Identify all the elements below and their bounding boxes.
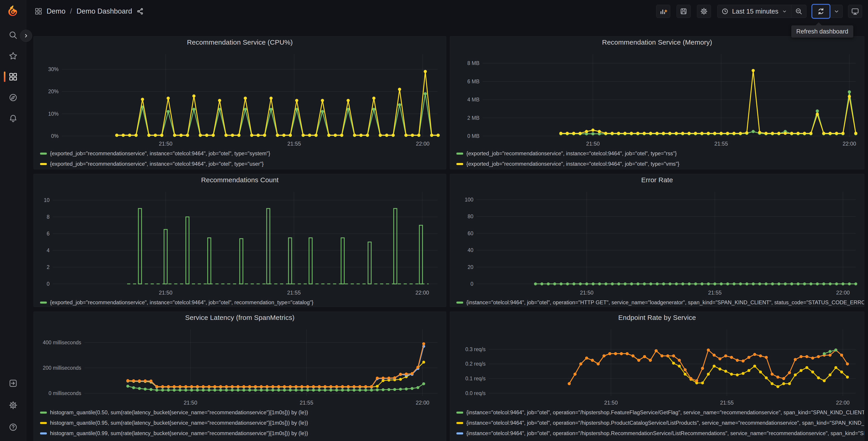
search-icon — [8, 30, 18, 40]
tooltip-text: Refresh dashboard — [796, 28, 848, 35]
chart-legend: {exported_job="recommendationservice", i… — [34, 148, 446, 169]
sidebar-item-sign-in[interactable] — [0, 376, 26, 390]
legend-series-label: {instance="otelcol:9464", job="otel", op… — [466, 410, 864, 416]
sidebar-item-alerting[interactable] — [0, 111, 26, 126]
svg-text:22:00: 22:00 — [836, 290, 850, 296]
legend-item[interactable]: histogram_quantile(0.95, sum(rate(latenc… — [40, 418, 446, 428]
breadcrumb[interactable]: Demo / Demo Dashboard — [34, 7, 144, 16]
panel-header[interactable]: Recommendations Count — [34, 174, 446, 186]
panel-endpoint-rate: Endpoint Rate by Service 0.0 req/s0.1 re… — [450, 312, 864, 441]
dashboard-toolbar: Last 15 minutes — [656, 4, 862, 19]
dashboard-grid: Recommendation Service (CPU%) 0%10%20%30… — [33, 36, 864, 441]
help-circle-icon — [8, 422, 18, 432]
legend-item[interactable]: {instance="otelcol:9464", job="otel", op… — [456, 428, 864, 439]
panel-header[interactable]: Recommendation Service (Memory) — [450, 36, 864, 48]
legend-series-label: histogram_quantile(0.99, sum(rate(latenc… — [50, 430, 308, 437]
legend-item[interactable]: {exported_job="recommendationservice", i… — [456, 159, 864, 169]
legend-item[interactable]: {exported_job="recommendationservice", i… — [40, 297, 446, 307]
share-dashboard-button[interactable] — [136, 7, 144, 15]
legend-series-label: {exported_job="recommendationservice", i… — [50, 161, 264, 167]
time-series-chart[interactable]: 0.0 req/s0.1 req/s0.2 req/s0.3 req/s21:5… — [452, 324, 862, 407]
time-series-chart[interactable]: 02040608010021:5021:5522:00 — [452, 186, 862, 297]
panel-header[interactable]: Error Rate — [450, 174, 864, 186]
panel-error-rate: Error Rate 02040608010021:5021:5522:00 {… — [450, 174, 864, 307]
legend-series-swatch — [40, 412, 47, 414]
legend-item[interactable]: {instance="otelcol:9464", job="otel", op… — [456, 418, 864, 428]
svg-text:0.2 req/s: 0.2 req/s — [465, 361, 486, 367]
legend-item[interactable]: {instance="otelcol:9464", job="otel", op… — [456, 407, 864, 418]
time-controls: Last 15 minutes — [717, 5, 806, 18]
legend-item[interactable]: {instance="otelcol:9464", job="otel", op… — [456, 297, 864, 307]
sidebar-item-dashboards[interactable] — [0, 69, 26, 84]
zoom-out-button[interactable] — [791, 5, 806, 18]
legend-series-swatch — [456, 432, 463, 435]
dashboard-settings-button[interactable] — [697, 5, 711, 18]
time-series-chart[interactable]: 0 MB2 MB4 MB6 MB8 MB21:5021:5522:00 — [452, 48, 862, 148]
panel-header[interactable]: Endpoint Rate by Service — [450, 312, 864, 324]
grafana-logo[interactable] — [5, 4, 20, 20]
sidebar — [0, 0, 26, 441]
share-alt-icon — [136, 7, 144, 15]
svg-text:22:00: 22:00 — [416, 400, 429, 406]
time-range-label: Last 15 minutes — [732, 8, 778, 15]
panel-title[interactable]: Error Rate — [641, 176, 673, 184]
svg-text:21:55: 21:55 — [708, 290, 722, 296]
legend-item[interactable]: {exported_job="recommendationservice", i… — [456, 148, 864, 159]
svg-text:2: 2 — [46, 264, 50, 270]
legend-item[interactable]: {exported_job="recommendationservice", i… — [40, 159, 446, 169]
svg-text:30%: 30% — [48, 66, 59, 72]
legend-series-swatch — [40, 163, 47, 165]
time-range-picker[interactable]: Last 15 minutes — [717, 5, 791, 18]
add-panel-button[interactable] — [656, 5, 670, 18]
legend-series-label: histogram_quantile(0.95, sum(rate(latenc… — [50, 420, 308, 426]
svg-text:0.1 req/s: 0.1 req/s — [465, 376, 486, 381]
panel-recommendations-count: Recommendations Count 024681021:5021:552… — [33, 174, 446, 307]
legend-item[interactable]: {exported_job="recommendationservice", i… — [40, 148, 446, 159]
save-icon — [680, 7, 688, 16]
breadcrumb-section[interactable]: Demo — [46, 7, 66, 16]
time-series-chart[interactable]: 0%10%20%30%21:5021:5522:00 — [36, 48, 444, 148]
topbar: Demo / Demo Dashboard — [26, 0, 868, 23]
gear-icon — [700, 7, 708, 16]
svg-text:21:50: 21:50 — [159, 141, 173, 147]
panel-header[interactable]: Service Latency (from SpanMetrics) — [34, 312, 446, 324]
legend-item[interactable]: histogram_quantile(0.50, sum(rate(latenc… — [40, 407, 446, 418]
save-dashboard-button[interactable] — [677, 5, 691, 18]
sidebar-item-help[interactable] — [0, 420, 26, 435]
legend-series-swatch — [40, 432, 47, 435]
refresh-interval-dropdown[interactable] — [831, 5, 843, 18]
compass-explore-icon — [8, 93, 18, 102]
grafana-app: Demo / Demo Dashboard — [0, 0, 868, 441]
panel-header[interactable]: Recommendation Service (CPU%) — [34, 36, 446, 48]
svg-text:21:55: 21:55 — [714, 141, 728, 147]
sidebar-item-starred[interactable] — [0, 49, 26, 63]
panel-title[interactable]: Service Latency (from SpanMetrics) — [185, 314, 294, 321]
gear-icon — [8, 401, 18, 410]
legend-series-label: {instance="otelcol:9464", job="otel", op… — [466, 299, 864, 305]
time-series-chart[interactable]: 0 milliseconds200 milliseconds400 millis… — [36, 324, 444, 407]
panel-title[interactable]: Endpoint Rate by Service — [618, 314, 696, 321]
panel-title[interactable]: Recommendation Service (CPU%) — [187, 38, 293, 46]
expand-sidebar-button[interactable] — [20, 30, 32, 42]
kiosk-mode-button[interactable] — [848, 5, 862, 18]
svg-text:0.0 req/s: 0.0 req/s — [465, 390, 486, 396]
legend-item[interactable]: {instance="otelcol:9464", job="otel", op… — [456, 439, 864, 441]
sidebar-item-settings[interactable] — [0, 398, 26, 412]
svg-text:0 milliseconds: 0 milliseconds — [49, 390, 81, 396]
sidebar-item-explore[interactable] — [0, 90, 26, 105]
svg-text:22:00: 22:00 — [415, 290, 429, 296]
legend-item[interactable]: histogram_quantile(0.999, sum(rate(laten… — [40, 439, 446, 441]
panel-title[interactable]: Recommendation Service (Memory) — [602, 38, 712, 46]
panel-recommendation-cpu: Recommendation Service (CPU%) 0%10%20%30… — [33, 36, 446, 169]
chart-legend: {instance="otelcol:9464", job="otel", op… — [450, 297, 864, 307]
breadcrumb-separator: / — [70, 7, 72, 16]
panel-title[interactable]: Recommendations Count — [201, 176, 279, 184]
svg-text:22:00: 22:00 — [836, 400, 850, 406]
svg-text:0%: 0% — [51, 133, 59, 139]
svg-text:21:55: 21:55 — [287, 290, 301, 296]
refresh-button[interactable] — [811, 4, 831, 19]
legend-item[interactable]: histogram_quantile(0.99, sum(rate(latenc… — [40, 428, 446, 439]
time-series-chart[interactable]: 024681021:5021:5522:00 — [36, 186, 444, 297]
breadcrumb-page-title[interactable]: Demo Dashboard — [76, 7, 132, 16]
refresh-sync-icon — [817, 7, 825, 16]
